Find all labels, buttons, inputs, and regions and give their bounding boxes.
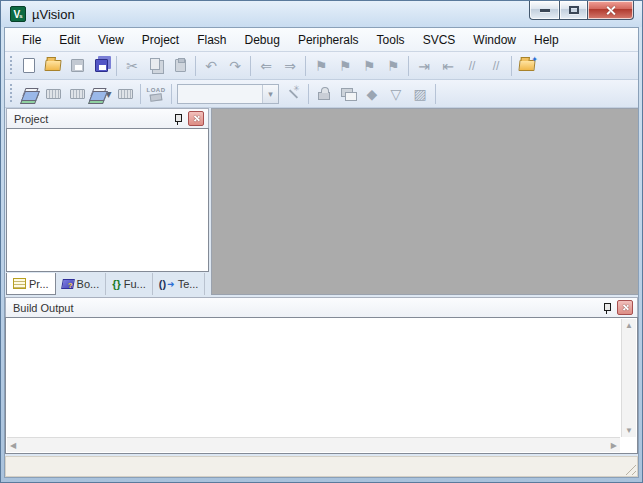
build-toolbar: ▾ LOAD ▾ ◆ ▽ ▨	[5, 80, 638, 108]
target-select-dropdown-button[interactable]: ▾	[262, 85, 278, 103]
build-button[interactable]	[41, 82, 65, 106]
menu-bar: File Edit View Project Flash Debug Perip…	[5, 28, 638, 52]
pin-icon	[173, 113, 182, 125]
menu-flash[interactable]: Flash	[188, 30, 235, 50]
tab-functions[interactable]: {} Fu...	[106, 273, 153, 295]
window-controls	[529, 1, 634, 20]
target-options-icon	[286, 87, 300, 101]
toolbar-separator	[171, 84, 172, 104]
manage-rte-button[interactable]: ◆	[360, 82, 384, 106]
menu-file[interactable]: File	[13, 30, 50, 50]
clear-bookmarks-button[interactable]: ⚑	[381, 54, 405, 78]
rebuild-button[interactable]	[65, 82, 89, 106]
toolbar-separator	[250, 56, 251, 76]
undo-button[interactable]: ↶	[199, 54, 223, 78]
navigate-forward-button[interactable]: ⇒	[278, 54, 302, 78]
tab-label: Pr...	[29, 278, 49, 290]
build-output-pin-button[interactable]	[599, 301, 614, 315]
next-bookmark-button[interactable]: ⚑	[357, 54, 381, 78]
resize-grip[interactable]	[623, 462, 636, 475]
menu-tools[interactable]: Tools	[368, 30, 414, 50]
paste-button[interactable]	[168, 54, 192, 78]
project-tree[interactable]	[6, 128, 209, 272]
menu-peripherals[interactable]: Peripherals	[289, 30, 368, 50]
stop-build-button[interactable]	[113, 82, 137, 106]
copy-button[interactable]	[144, 54, 168, 78]
build-output-panel: Build Output ▲ ▼ ◀ ▶	[5, 297, 638, 454]
unindent-icon: ⇤	[442, 59, 454, 73]
menu-help[interactable]: Help	[525, 30, 568, 50]
cut-button[interactable]: ✂	[120, 54, 144, 78]
menu-project[interactable]: Project	[133, 30, 188, 50]
main-area: Project Pr... Bo... {}	[5, 108, 638, 295]
manage-project-items-icon	[318, 92, 330, 100]
maximize-icon	[569, 6, 579, 14]
manage-project-items-button[interactable]	[312, 82, 336, 106]
close-icon	[193, 115, 200, 122]
scroll-down-icon[interactable]: ▼	[622, 424, 636, 437]
stop-build-icon	[118, 89, 133, 99]
multi-project-button[interactable]	[336, 82, 360, 106]
copy-icon	[150, 58, 160, 70]
functions-tab-icon: {}	[112, 278, 121, 290]
new-file-button[interactable]	[17, 54, 41, 78]
translate-button[interactable]	[17, 82, 41, 106]
target-options-button[interactable]	[281, 82, 305, 106]
close-button[interactable]	[588, 1, 634, 20]
tab-templates[interactable]: () ➜ Te...	[153, 273, 206, 295]
pack-installer-icon: ▨	[413, 87, 426, 101]
indent-button[interactable]: ⇥	[412, 54, 436, 78]
build-output-body[interactable]: ▲ ▼ ◀ ▶	[5, 317, 638, 454]
redo-button[interactable]: ↷	[223, 54, 247, 78]
tab-project[interactable]: Pr...	[6, 273, 56, 295]
toolbar-separator	[195, 56, 196, 76]
tab-label: Fu...	[124, 278, 146, 290]
select-packs-button[interactable]: ▽	[384, 82, 408, 106]
toggle-bookmark-icon: ⚑	[315, 59, 328, 73]
toolbar-separator	[511, 56, 512, 76]
prev-bookmark-icon: ⚑	[339, 59, 352, 73]
indent-icon: ⇥	[418, 59, 430, 73]
title-bar[interactable]: Vs µVision	[1, 1, 642, 27]
minimize-button[interactable]	[529, 1, 559, 20]
toolbar-grip[interactable]	[8, 56, 14, 76]
unindent-button[interactable]: ⇤	[436, 54, 460, 78]
uncomment-button[interactable]: //	[484, 54, 508, 78]
prev-bookmark-button[interactable]: ⚑	[333, 54, 357, 78]
horizontal-scrollbar[interactable]: ◀ ▶	[7, 437, 620, 452]
scroll-right-icon[interactable]: ▶	[608, 439, 620, 452]
toolbar-grip[interactable]	[8, 84, 14, 104]
menu-debug[interactable]: Debug	[236, 30, 289, 50]
menu-view[interactable]: View	[89, 30, 133, 50]
project-pin-button[interactable]	[170, 112, 185, 126]
redo-icon: ↷	[229, 59, 241, 73]
navigate-back-button[interactable]: ⇐	[254, 54, 278, 78]
multi-project-icon	[341, 88, 355, 100]
save-button[interactable]	[65, 54, 89, 78]
save-all-icon	[95, 59, 108, 72]
maximize-button[interactable]	[559, 1, 588, 20]
pack-installer-button[interactable]: ▨	[408, 82, 432, 106]
project-close-button[interactable]	[188, 111, 204, 126]
toggle-bookmark-button[interactable]: ⚑	[309, 54, 333, 78]
download-button[interactable]: LOAD	[144, 82, 168, 106]
vertical-scrollbar[interactable]: ▲ ▼	[621, 319, 636, 437]
menu-window[interactable]: Window	[464, 30, 525, 50]
scroll-left-icon[interactable]: ◀	[7, 439, 19, 452]
menu-svcs[interactable]: SVCS	[414, 30, 465, 50]
project-panel-title: Project	[14, 113, 48, 125]
build-output-close-button[interactable]	[617, 300, 633, 315]
comment-button[interactable]: //	[460, 54, 484, 78]
menu-edit[interactable]: Edit	[50, 30, 89, 50]
editor-workspace	[211, 108, 638, 295]
target-select[interactable]: ▾	[177, 84, 279, 104]
close-icon	[622, 304, 629, 311]
find-in-files-button[interactable]: ✦	[515, 54, 539, 78]
open-file-button[interactable]	[41, 54, 65, 78]
tab-books[interactable]: Bo...	[56, 273, 107, 295]
batch-build-button[interactable]: ▾	[89, 82, 113, 106]
target-select-value	[178, 85, 262, 103]
toolbar-separator	[435, 84, 436, 104]
scroll-up-icon[interactable]: ▲	[622, 319, 636, 332]
save-all-button[interactable]	[89, 54, 113, 78]
